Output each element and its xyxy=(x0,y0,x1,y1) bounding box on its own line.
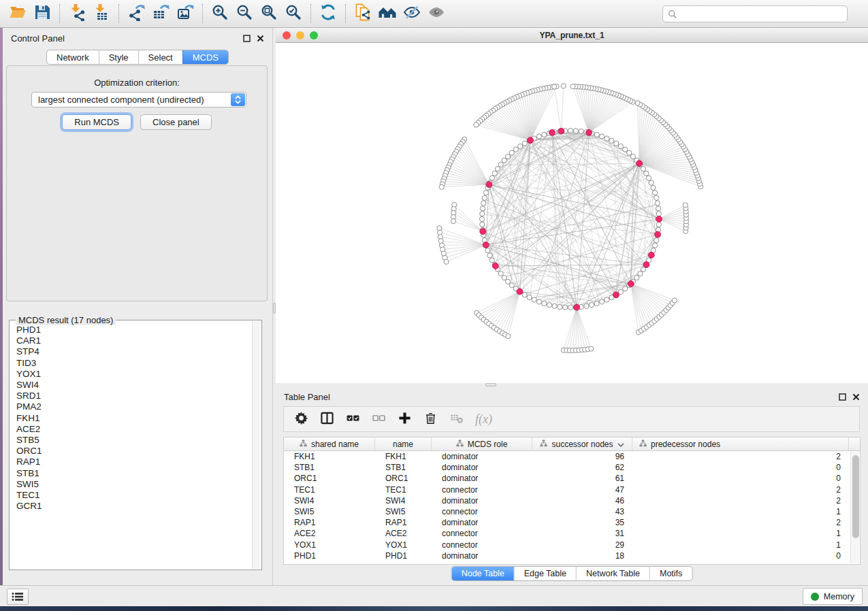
cell-name[interactable]: TEC1 xyxy=(375,485,432,495)
graph-node[interactable] xyxy=(482,195,487,200)
graph-mcds-node[interactable] xyxy=(613,292,620,298)
cell-name[interactable]: SWI5 xyxy=(375,507,432,516)
cell-mcds-role[interactable]: dominator xyxy=(432,452,532,461)
graph-leaf-node[interactable] xyxy=(672,298,677,303)
graph-node[interactable] xyxy=(634,276,639,280)
graph-node[interactable] xyxy=(623,147,628,152)
graph-node[interactable] xyxy=(654,195,659,200)
graph-node[interactable] xyxy=(513,147,518,152)
cell-shared-name[interactable]: ACE2 xyxy=(284,529,375,538)
graph-node[interactable] xyxy=(527,295,532,300)
graph-node[interactable] xyxy=(627,150,632,155)
graph-leaf-node[interactable] xyxy=(635,101,640,105)
tab-network-table[interactable]: Network Table xyxy=(576,567,649,580)
table-row[interactable]: ORC1ORC1dominator610 xyxy=(284,473,850,484)
table-row[interactable]: FKH1FKH1dominator962 xyxy=(284,451,850,462)
close-panel-button[interactable]: Close panel xyxy=(140,114,212,130)
graph-node[interactable] xyxy=(532,297,536,302)
graph-mcds-node[interactable] xyxy=(586,129,592,135)
graph-mcds-node[interactable] xyxy=(483,242,489,248)
graph-node[interactable] xyxy=(489,176,494,180)
zoom-fit-button[interactable] xyxy=(257,2,281,25)
graph-node[interactable] xyxy=(542,301,547,306)
cell-predecessor-nodes[interactable]: 1 xyxy=(632,540,849,550)
columns-button[interactable] xyxy=(320,411,334,428)
graph-node[interactable] xyxy=(605,136,609,141)
graph-mcds-node[interactable] xyxy=(517,288,523,295)
graph-node[interactable] xyxy=(518,144,523,148)
cell-mcds-role[interactable]: connector xyxy=(432,529,532,538)
cell-predecessor-nodes[interactable]: 2 xyxy=(632,496,849,506)
graph-node[interactable] xyxy=(505,154,510,159)
graph-node[interactable] xyxy=(651,185,656,190)
cell-name[interactable]: FKH1 xyxy=(375,452,432,461)
graph-node[interactable] xyxy=(502,276,507,280)
mcds-result-item[interactable]: ORC1 xyxy=(16,446,249,457)
cell-mcds-role[interactable]: connector xyxy=(432,485,532,495)
mcds-result-item[interactable]: TEC1 xyxy=(16,490,249,501)
graph-mcds-node[interactable] xyxy=(648,252,654,258)
zoom-out-button[interactable] xyxy=(232,2,257,25)
graph-node[interactable] xyxy=(498,162,503,167)
cell-mcds-role[interactable]: connector xyxy=(432,540,532,550)
network-graph[interactable] xyxy=(276,43,868,383)
export-image-button[interactable] xyxy=(173,2,197,25)
mcds-result-item[interactable]: CAR1 xyxy=(16,335,249,346)
result-list-scrollbar[interactable] xyxy=(252,321,261,569)
graph-node[interactable] xyxy=(614,141,619,146)
float-panel-icon[interactable] xyxy=(243,35,251,42)
graph-mcds-node[interactable] xyxy=(655,231,661,237)
mcds-result-item[interactable]: GCR1 xyxy=(16,501,249,512)
cell-successor-nodes[interactable]: 61 xyxy=(532,474,632,483)
graph-mcds-node[interactable] xyxy=(574,304,580,310)
mcds-result-item[interactable]: STB5 xyxy=(16,435,249,446)
cell-mcds-role[interactable]: connector xyxy=(432,507,532,516)
graph-leaf-node[interactable] xyxy=(474,122,479,127)
table-row[interactable]: TEC1TEC1connector472 xyxy=(284,484,850,495)
cell-name[interactable]: ACE2 xyxy=(375,529,432,538)
mcds-result-item[interactable]: PHD1 xyxy=(16,325,249,335)
graph-leaf-node[interactable] xyxy=(451,218,455,223)
graph-node[interactable] xyxy=(656,212,661,216)
cell-name[interactable]: YOX1 xyxy=(375,540,432,550)
graph-leaf-node[interactable] xyxy=(506,334,511,339)
graph-mcds-node[interactable] xyxy=(558,128,564,134)
graph-node[interactable] xyxy=(495,167,500,171)
graph-node[interactable] xyxy=(489,258,494,263)
graph-node[interactable] xyxy=(509,150,514,155)
graph-node[interactable] xyxy=(653,243,658,248)
graph-mcds-node[interactable] xyxy=(486,182,492,188)
column-header-predecessor-nodes[interactable]: predecessor nodes xyxy=(632,437,849,450)
optimization-criterion-select[interactable]: largest connected component (undirected) xyxy=(31,92,246,108)
cell-mcds-role[interactable]: dominator xyxy=(432,463,532,472)
cell-name[interactable]: STB1 xyxy=(375,463,432,472)
graph-node[interactable] xyxy=(590,303,594,308)
tab-mcds[interactable]: MCDS xyxy=(182,50,228,64)
task-history-button[interactable] xyxy=(7,589,29,605)
refresh-layout-button[interactable] xyxy=(316,2,340,25)
graph-node[interactable] xyxy=(502,158,507,163)
table-scrollbar[interactable] xyxy=(850,452,859,563)
run-mcds-button[interactable]: Run MCDS xyxy=(62,114,131,130)
graph-mcds-node[interactable] xyxy=(643,262,649,268)
mcds-result-item[interactable]: PMA2 xyxy=(16,401,249,412)
graph-node[interactable] xyxy=(649,180,654,185)
mcds-result-item[interactable]: RAP1 xyxy=(16,457,249,467)
graph-node[interactable] xyxy=(480,212,485,216)
graph-node[interactable] xyxy=(480,206,485,211)
cell-mcds-role[interactable]: dominator xyxy=(432,474,532,483)
graph-node[interactable] xyxy=(594,132,599,137)
graph-node[interactable] xyxy=(558,304,562,309)
graph-node[interactable] xyxy=(573,129,578,133)
cell-mcds-role[interactable]: dominator xyxy=(432,496,532,506)
mcds-result-item[interactable]: YOX1 xyxy=(16,369,249,380)
graph-leaf-node[interactable] xyxy=(444,259,449,264)
mcds-result-item[interactable]: FKH1 xyxy=(16,413,249,424)
graph-node[interactable] xyxy=(605,297,609,302)
float-panel-icon[interactable] xyxy=(839,393,846,401)
table-row[interactable]: SWI4SWI4dominator462 xyxy=(284,495,850,506)
mcds-result-item[interactable]: TID3 xyxy=(16,358,249,369)
cell-shared-name[interactable]: PHD1 xyxy=(284,551,375,561)
column-header-name[interactable]: name xyxy=(375,437,432,450)
close-panel-icon[interactable] xyxy=(257,35,264,42)
